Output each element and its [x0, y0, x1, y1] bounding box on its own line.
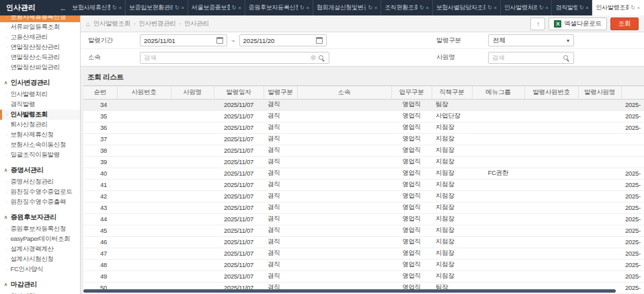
refresh-icon[interactable]: ↻: [539, 5, 543, 11]
column-header[interactable]: [621, 86, 644, 99]
period-from-input[interactable]: 2025/11/01: [140, 34, 227, 46]
breadcrumb-item[interactable]: 인사변경관리: [138, 20, 175, 28]
refresh-icon[interactable]: ↻: [112, 5, 116, 11]
column-header[interactable]: 메뉴그룹: [472, 86, 524, 99]
tab[interactable]: 조직현황조회↻×: [381, 0, 433, 15]
excel-download-button[interactable]: X 엑셀다운로드: [549, 17, 606, 30]
name-search-input[interactable]: [492, 54, 561, 61]
sidebar-item[interactable]: ·연말정산정산관리: [0, 42, 80, 52]
sidebar-item[interactable]: ·FC인사양식: [0, 264, 80, 274]
breadcrumb-item[interactable]: 인사관리: [184, 20, 209, 28]
refresh-icon[interactable]: ↻: [631, 5, 635, 11]
back-arrow-icon[interactable]: ←: [58, 0, 69, 15]
column-header[interactable]: 순번: [83, 86, 117, 99]
breadcrumb-item[interactable]: 인사발령조회: [93, 20, 130, 28]
table-row[interactable]: 452025/11/07겸직영업직지점장2025-: [83, 225, 644, 236]
dept-search-input[interactable]: [144, 54, 308, 61]
table-row[interactable]: 342025/11/07겸직영업직팀장2025-: [83, 99, 644, 110]
sidebar-item[interactable]: ·설계사시험신청: [0, 254, 80, 264]
sidebar-group-header[interactable]: ∧인사변경관리: [0, 76, 80, 89]
sidebar-item[interactable]: ·서류파일등록조회: [0, 22, 80, 32]
sidebar-item[interactable]: ·원천징수영수증업로드: [0, 187, 80, 197]
refresh-icon[interactable]: ↻: [175, 5, 179, 11]
tab[interactable]: 인사발령조회↻×: [592, 0, 644, 15]
refresh-icon[interactable]: ↻: [487, 5, 491, 11]
sidebar-group-header[interactable]: ∧증명서관리: [0, 163, 80, 177]
tab[interactable]: 보험사제휴신청↻×: [69, 0, 126, 15]
table-row[interactable]: 422025/11/07겸직영업직지점장2025-: [83, 190, 644, 202]
sidebar-item[interactable]: ·원천징수영수증출력: [0, 197, 80, 207]
close-icon[interactable]: ×: [181, 5, 184, 11]
table-row[interactable]: 472025/11/07겸직영업직지점장2025-: [83, 248, 644, 259]
sidebar-item[interactable]: ·연말정산파일관리: [0, 63, 80, 73]
close-icon[interactable]: ×: [426, 5, 428, 11]
refresh-icon[interactable]: ↻: [419, 5, 424, 11]
calendar-icon[interactable]: [316, 37, 323, 44]
table-row[interactable]: 362025/11/07겸직영업직지점장2025-: [83, 122, 644, 133]
sidebar-group-header[interactable]: ∧마감관리: [0, 278, 80, 291]
scrollbar-thumb[interactable]: [83, 289, 616, 293]
tab[interactable]: 서울보증종보험↻×: [188, 0, 245, 15]
search-icon[interactable]: [563, 55, 568, 60]
table-row[interactable]: 372025/11/07겸직영업직지점장: [83, 133, 644, 145]
column-header[interactable]: 사원명: [171, 86, 214, 99]
column-header[interactable]: 발령구분: [264, 86, 297, 99]
close-icon[interactable]: ×: [545, 5, 548, 11]
close-icon[interactable]: ×: [586, 5, 588, 11]
table-row[interactable]: 402025/11/07겸직영업직지점장FC권한2025-: [83, 168, 644, 179]
table-row[interactable]: 442025/11/07겸직영업직지점장2025-: [83, 213, 644, 225]
sidebar-item[interactable]: ·인사마감: [0, 291, 80, 294]
sidebar-item[interactable]: ·easyPaper데이터조회: [0, 234, 80, 244]
collapse-panel-button[interactable]: ↑: [530, 17, 545, 30]
close-icon[interactable]: ×: [238, 5, 241, 11]
sidebar-item[interactable]: ·연말정산소득관리: [0, 52, 80, 63]
search-button[interactable]: 조회: [610, 17, 639, 30]
refresh-icon[interactable]: ↻: [232, 5, 236, 11]
sidebar-group-header[interactable]: ∧증원후보자관리: [0, 211, 80, 224]
column-header[interactable]: 직책구분: [432, 86, 472, 99]
search-icon[interactable]: [319, 55, 323, 60]
tab[interactable]: 겸직발령↻×: [552, 0, 592, 15]
column-header[interactable]: 업무구분: [391, 86, 432, 99]
sidebar-item[interactable]: ·겸직발령: [0, 100, 80, 110]
tab[interactable]: 인사발령처리↻×: [501, 0, 553, 15]
table-row[interactable]: 412025/11/07겸직영업직지점장2025-: [83, 179, 644, 190]
table-row[interactable]: 482025/11/07겸직영업직지점장2025-: [83, 259, 644, 270]
table-row[interactable]: 462025/11/07겸직영업직지점장2025-: [83, 236, 644, 248]
calendar-icon[interactable]: [216, 37, 223, 44]
sidebar-item[interactable]: ·일괄조직이동발령: [0, 150, 80, 160]
sidebar-item[interactable]: ·인사발령처리: [0, 89, 80, 100]
sidebar-item[interactable]: ·인사발령조회: [0, 110, 80, 120]
column-header[interactable]: 발령사원명: [578, 86, 621, 99]
sidebar-item[interactable]: ·퇴사신청관리: [0, 120, 80, 130]
sidebar-item[interactable]: ·설계사경력계산: [0, 244, 80, 254]
table-row[interactable]: 352025/11/07겸직영업직사업단장2025-: [83, 110, 644, 122]
close-icon[interactable]: ×: [306, 5, 309, 11]
type-select[interactable]: 전체 ▾: [488, 34, 574, 46]
refresh-icon[interactable]: ↻: [579, 5, 583, 11]
column-header[interactable]: 소속: [297, 86, 391, 99]
table-row[interactable]: 492025/11/07겸직영업직지점장2025-: [83, 270, 644, 282]
close-icon[interactable]: ×: [118, 5, 121, 11]
tab[interactable]: 보증입보현황관리↻×: [126, 0, 188, 15]
close-icon[interactable]: ×: [637, 5, 640, 11]
sidebar-item[interactable]: ·증명서신청관리: [0, 177, 80, 187]
clear-icon[interactable]: ⊗: [311, 54, 316, 61]
column-header[interactable]: 사원번호: [117, 86, 171, 99]
refresh-icon[interactable]: ↻: [368, 5, 372, 11]
column-header[interactable]: 발령사원번호: [524, 86, 578, 99]
close-icon[interactable]: ×: [494, 5, 497, 11]
sidebar-item[interactable]: ·보험사소속이동신청: [0, 140, 80, 150]
table-row[interactable]: 382025/11/07겸직영업직지점장: [83, 145, 644, 156]
refresh-icon[interactable]: ↻: [300, 5, 304, 11]
sidebar-item[interactable]: ·보험사제휴등록신청: [0, 15, 80, 22]
close-icon[interactable]: ×: [374, 5, 377, 11]
sidebar-item[interactable]: ·고용산재관리: [0, 32, 80, 42]
table-row[interactable]: 392025/11/07겸직영업직지점장: [83, 156, 644, 168]
sidebar-item[interactable]: ·보험사제휴신청: [0, 130, 80, 140]
sidebar-item[interactable]: ·증원후보자등록신청: [0, 224, 80, 234]
tab[interactable]: 증원후보자등록신청↻×: [245, 0, 313, 15]
column-header[interactable]: 발령일자: [214, 86, 264, 99]
table-row[interactable]: 432025/11/07겸직영업직지점장2025-: [83, 202, 644, 213]
tab[interactable]: 보험사별담당자조회↻×: [433, 0, 501, 15]
